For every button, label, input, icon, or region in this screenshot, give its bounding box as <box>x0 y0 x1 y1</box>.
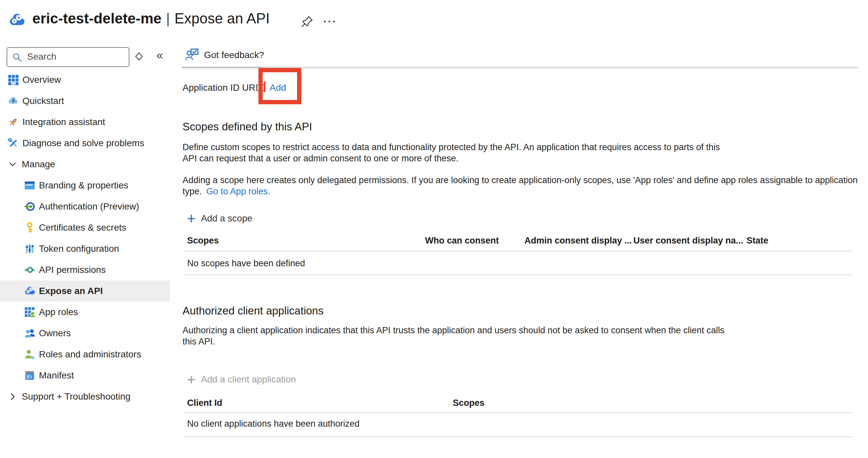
scopes-section-title: Scopes defined by this API <box>183 120 312 134</box>
clients-empty-message: No client applications have been authori… <box>187 419 360 429</box>
table-divider <box>184 436 852 437</box>
plus-icon: + <box>187 373 196 386</box>
app-name: eric-test-delete-me <box>32 10 161 26</box>
clients-table-header: Client Id Scopes <box>0 398 868 411</box>
sidebar-item-label: Certificates & secrets <box>39 222 126 233</box>
sidebar-item-label: Roles and administrators <box>39 349 141 360</box>
search-input[interactable] <box>26 49 126 65</box>
sidebar-group-manage[interactable]: Manage <box>0 154 170 175</box>
annotation-highlight-box <box>258 68 301 104</box>
sidebar-item-owners[interactable]: Owners <box>0 323 170 344</box>
column-user-consent-display: User consent display na... <box>633 236 743 246</box>
sidebar-item-label: API permissions <box>39 265 105 275</box>
search-icon <box>12 52 23 63</box>
sidebar-search <box>7 47 129 67</box>
svg-text:WWW: WWW <box>25 184 33 187</box>
feedback-icon <box>185 48 199 62</box>
svg-text:{ }: { } <box>27 375 32 379</box>
scopes-note-line1: Adding a scope here creates only delegat… <box>183 174 858 186</box>
sidebar-item-label: Branding & properties <box>39 180 128 191</box>
sidebar-item-label: App roles <box>39 307 78 318</box>
add-a-client-application-button[interactable]: + Add a client application <box>187 372 296 387</box>
clients-section-title: Authorized client applications <box>183 303 323 318</box>
app-roles-icon <box>24 306 36 318</box>
scopes-note-line2: type. Go to App roles. <box>183 186 270 197</box>
sidebar-item-roles-administrators[interactable]: Roles and administrators <box>0 344 170 365</box>
add-a-scope-button[interactable]: + Add a scope <box>187 211 252 226</box>
column-state: State <box>747 236 768 246</box>
sidebar-item-diagnose[interactable]: Diagnose and solve problems <box>0 133 170 154</box>
resize-menu-icon[interactable] <box>133 51 145 62</box>
column-client-id: Client Id <box>187 398 222 408</box>
scopes-note-line2-text: type. <box>183 187 202 196</box>
page-title: eric-test-delete-me|Expose an API <box>32 9 270 28</box>
application-id-uri-label: Application ID URI <box>183 82 258 94</box>
sidebar-item-label: Quickstart <box>23 96 64 106</box>
app-cloud-gears-icon <box>7 11 26 29</box>
roles-administrators-icon <box>24 349 36 360</box>
key-icon <box>24 222 36 234</box>
title-separator: | <box>166 10 169 26</box>
scopes-description-line2: API can request that a user or admin con… <box>183 153 458 164</box>
sidebar-item-label: Expose an API <box>39 286 103 296</box>
add-a-scope-label: Add a scope <box>201 213 252 224</box>
column-scopes: Scopes <box>187 236 219 246</box>
quickstart-icon <box>7 95 19 107</box>
sidebar-item-api-permissions[interactable]: API permissions <box>0 259 170 281</box>
scopes-table-header: Scopes Who can consent Admin consent dis… <box>0 236 868 249</box>
column-who-can-consent: Who can consent <box>425 236 499 246</box>
sidebar-item-label: Manifest <box>39 370 74 381</box>
sidebar-item-branding[interactable]: WWW Branding & properties <box>0 175 170 196</box>
horizontal-scrollbar-thumb[interactable] <box>182 67 262 68</box>
plus-icon: + <box>187 212 196 225</box>
sidebar-item-label: Owners <box>39 328 71 338</box>
tools-icon <box>7 137 19 149</box>
manifest-icon: { } <box>24 369 36 382</box>
pin-icon[interactable] <box>300 14 314 28</box>
column-client-scopes: Scopes <box>453 398 485 408</box>
sidebar-item-label: Diagnose and solve problems <box>23 138 144 149</box>
sidebar-item-label: Authentication (Preview) <box>39 201 139 212</box>
overview-icon <box>7 74 19 86</box>
branding-icon: WWW <box>24 179 36 191</box>
scopes-empty-message: No scopes have been defined <box>187 258 305 269</box>
sidebar-item-overview[interactable]: Overview <box>0 69 170 90</box>
table-divider <box>184 274 852 275</box>
sidebar-item-manifest[interactable]: { } Manifest <box>0 365 170 386</box>
got-feedback-label: Got feedback? <box>204 50 264 60</box>
scopes-description-line1: Define custom scopes to restrict access … <box>183 141 720 153</box>
expose-api-icon <box>24 285 36 297</box>
blade-title: Expose an API <box>175 10 270 26</box>
api-permissions-icon <box>24 264 36 276</box>
sidebar-item-integration-assistant[interactable]: Integration assistant <box>0 111 170 133</box>
rocket-icon <box>7 116 19 128</box>
got-feedback-button[interactable]: Got feedback? <box>185 47 264 63</box>
column-admin-consent-display: Admin consent display ... <box>524 236 632 246</box>
chevron-down-icon <box>7 158 19 170</box>
clients-description-line1: Authorizing a client application indicat… <box>183 325 724 336</box>
sidebar-item-authentication[interactable]: Authentication (Preview) <box>0 196 170 217</box>
authentication-icon <box>24 201 36 212</box>
go-to-app-roles-link[interactable]: Go to App roles. <box>206 187 270 196</box>
sidebar-item-expose-an-api[interactable]: Expose an API <box>0 281 170 302</box>
sidebar-item-app-roles[interactable]: App roles <box>0 302 170 323</box>
sidebar-item-quickstart[interactable]: Quickstart <box>0 90 170 111</box>
sidebar-item-label: Manage <box>22 159 55 170</box>
table-divider <box>184 251 852 252</box>
collapse-menu-icon[interactable]: « <box>153 48 167 63</box>
sidebar-item-label: Overview <box>23 74 61 85</box>
add-a-client-application-label: Add a client application <box>201 374 296 385</box>
owners-icon <box>24 327 36 339</box>
more-options-icon[interactable] <box>322 17 337 26</box>
sidebar-item-certificates[interactable]: Certificates & secrets <box>0 217 170 238</box>
sidebar-item-label: Integration assistant <box>23 117 105 127</box>
table-divider <box>184 412 852 413</box>
clients-description-line2: this API. <box>183 336 215 347</box>
